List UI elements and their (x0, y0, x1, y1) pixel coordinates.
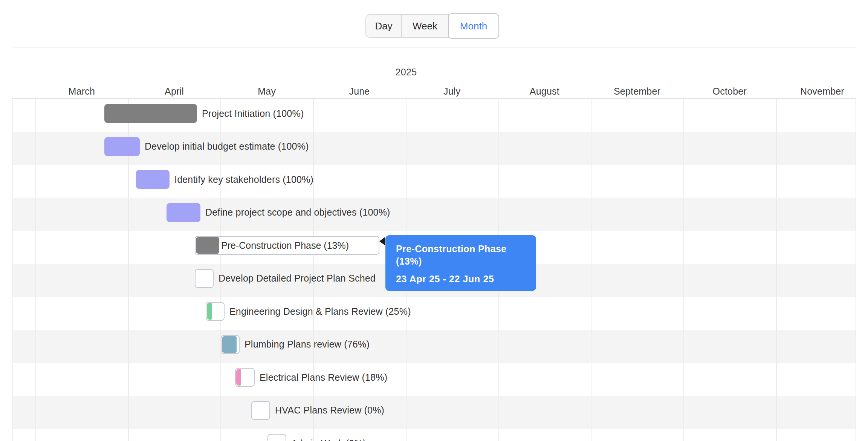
month-label-april: April (165, 86, 184, 97)
month-label-may: May (258, 86, 276, 97)
task-label: Electrical Plans Review (18%) (260, 368, 387, 387)
month-gridline (35, 99, 36, 441)
task-bar[interactable] (167, 203, 200, 222)
tooltip-arrow-icon (379, 237, 385, 245)
month-gridline (776, 99, 777, 441)
task-row (12, 330, 856, 363)
task-bar[interactable] (206, 302, 225, 321)
month-label-march: March (69, 86, 95, 97)
task-label: HVAC Plans Review (0%) (275, 401, 384, 420)
task-bar[interactable] (235, 368, 255, 387)
month-label-september: September (614, 86, 660, 97)
month-label-july: July (443, 86, 460, 97)
view-switcher: DayWeekMonth (365, 13, 499, 39)
task-bar-progress (236, 369, 241, 386)
month-gridline (591, 99, 591, 441)
task-bar[interactable] (104, 137, 140, 156)
task-row (12, 297, 856, 330)
month-gridline (683, 99, 684, 441)
task-bar[interactable] (221, 335, 240, 354)
task-row (12, 363, 856, 396)
task-bar-progress (207, 303, 212, 320)
view-option-month[interactable]: Month (448, 13, 499, 39)
tooltip-title: Pre-Construction Phase (13%) (396, 243, 520, 268)
chart-edge-line (12, 99, 13, 441)
year-label: 2025 (395, 67, 417, 78)
view-option-day[interactable]: Day (365, 14, 402, 38)
month-label-august: August (530, 86, 559, 97)
task-bar-progress (196, 237, 219, 254)
month-label-november: November (800, 86, 844, 97)
task-label: Develop initial budget estimate (100%) (145, 137, 309, 156)
task-row (12, 429, 856, 441)
task-label: Project Initiation (100%) (202, 104, 304, 123)
task-label: Identify key stakeholders (100%) (174, 170, 313, 189)
task-bar[interactable] (104, 104, 197, 123)
task-bar[interactable] (251, 401, 270, 420)
tooltip-date-range: 23 Apr 25 - 22 Jun 25 (396, 274, 526, 285)
task-label: Pre-Construction Phase (13%) (221, 237, 349, 254)
view-option-week[interactable]: Week (401, 14, 449, 38)
task-bar-progress (222, 336, 237, 353)
task-bar[interactable] (136, 170, 170, 189)
task-tooltip: Pre-Construction Phase (13%) 23 Apr 25 -… (385, 235, 536, 291)
task-label: Engineering Design & Plans Review (25%) (229, 302, 411, 321)
task-row (12, 396, 856, 429)
month-label-june: June (349, 86, 370, 97)
task-bar[interactable] (267, 434, 286, 441)
task-label: Define project scope and objectives (100… (205, 203, 390, 222)
month-label-october: October (713, 86, 747, 97)
task-label: Develop Detailed Project Plan Sched (219, 269, 376, 288)
task-bar[interactable]: Pre-Construction Phase (13%) (195, 236, 379, 255)
task-row (12, 198, 856, 231)
header-divider (12, 47, 856, 48)
task-bar[interactable] (195, 269, 214, 288)
task-label: Plumbing Plans review (76%) (245, 335, 370, 354)
task-label: Admin Work (0%) (291, 434, 366, 441)
chart-edge-line (856, 99, 856, 441)
